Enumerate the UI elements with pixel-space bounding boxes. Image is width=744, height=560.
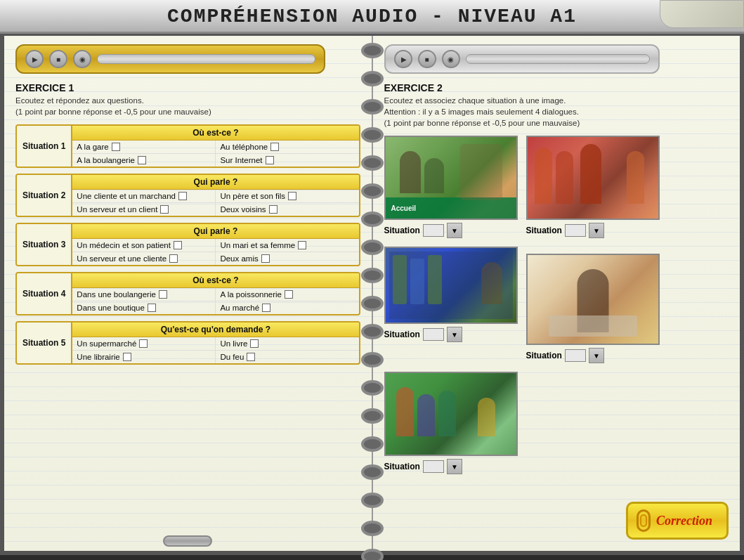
exercise2-title: EXERCICE 2 bbox=[384, 82, 729, 93]
stop-button-left[interactable] bbox=[49, 50, 67, 68]
situation-5-dropdown-label: Situation bbox=[384, 462, 420, 471]
checkbox-3a[interactable] bbox=[174, 241, 182, 249]
dropdown-input-3[interactable] bbox=[423, 328, 444, 341]
checkbox-2d[interactable] bbox=[269, 205, 278, 214]
checkbox-1b[interactable] bbox=[270, 143, 279, 151]
checkbox-2a[interactable] bbox=[178, 192, 187, 200]
dropdown-arrow-4[interactable]: ▼ bbox=[589, 348, 604, 363]
checkbox-5a[interactable] bbox=[139, 339, 148, 348]
image-container-1: Accueil Situation ▼ bbox=[384, 136, 518, 238]
option-2a[interactable]: Une cliente et un marchand bbox=[72, 190, 216, 202]
option-4a[interactable]: Dans une boulangerie bbox=[72, 288, 216, 301]
checkbox-1c[interactable] bbox=[138, 156, 146, 164]
situation-dropdown-2: Situation ▼ bbox=[526, 223, 604, 238]
dropdown-input-1[interactable] bbox=[423, 224, 444, 237]
stop-button-right[interactable] bbox=[418, 50, 436, 68]
correction-label: Correction bbox=[656, 514, 712, 528]
checkbox-5c[interactable] bbox=[123, 353, 131, 361]
checkbox-4d[interactable] bbox=[262, 304, 270, 312]
page-right: EXERCICE 2 Ecoutez et associez chaque si… bbox=[373, 36, 740, 551]
checkbox-2c[interactable] bbox=[160, 205, 169, 214]
option-3c[interactable]: Un serveur et une cliente bbox=[72, 252, 216, 265]
option-4c[interactable]: Dans une boutique bbox=[72, 301, 216, 314]
audio-bar-right bbox=[384, 44, 660, 74]
situation-1-label: Situation 1 bbox=[17, 126, 72, 167]
option-3a[interactable]: Un médecin et son patient bbox=[72, 239, 216, 252]
situation-3-dropdown-label: Situation bbox=[384, 330, 420, 339]
top-corner-decoration bbox=[660, 0, 744, 28]
photo-1: Accueil bbox=[384, 136, 518, 220]
rewind-button-left[interactable] bbox=[73, 50, 91, 68]
correction-button[interactable]: Correction bbox=[626, 502, 729, 540]
play-button-left[interactable] bbox=[25, 50, 44, 68]
dropdown-arrow-3[interactable]: ▼ bbox=[447, 327, 462, 342]
option-3b[interactable]: Un mari et sa femme bbox=[216, 239, 358, 252]
correction-paperclip-icon bbox=[637, 509, 651, 532]
option-2b[interactable]: Un père et son fils bbox=[216, 190, 358, 202]
option-1a[interactable]: A la gare bbox=[72, 141, 216, 153]
photo-4 bbox=[526, 254, 660, 345]
page-bottom-grip-left bbox=[163, 535, 212, 547]
option-5d[interactable]: Du feu bbox=[216, 351, 358, 363]
exercise2-desc: Ecoutez et associez chaque situation à u… bbox=[384, 95, 729, 129]
play-button-right[interactable] bbox=[394, 50, 412, 68]
checkbox-3d[interactable] bbox=[261, 254, 270, 263]
image-container-3: Situation ▼ bbox=[384, 247, 518, 363]
situation-dropdown-1: Situation ▼ bbox=[384, 223, 462, 238]
main-title: Compréhension Audio - Niveau A1 bbox=[14, 6, 730, 27]
checkbox-3c[interactable] bbox=[169, 254, 178, 263]
situation-block-3: Situation 3 Qui parle ? Un médecin et so… bbox=[15, 223, 360, 266]
checkbox-4a[interactable] bbox=[159, 290, 167, 299]
option-1b[interactable]: Au téléphone bbox=[216, 141, 358, 153]
slider-right[interactable] bbox=[466, 54, 650, 64]
option-3d[interactable]: Deux amis bbox=[216, 252, 358, 265]
situation-4-dropdown-label: Situation bbox=[526, 351, 562, 360]
option-5b[interactable]: Un livre bbox=[216, 337, 358, 350]
dropdown-arrow-1[interactable]: ▼ bbox=[447, 223, 462, 238]
checkbox-1d[interactable] bbox=[266, 156, 274, 164]
checkbox-4b[interactable] bbox=[285, 290, 293, 299]
dropdown-input-5[interactable] bbox=[423, 460, 444, 473]
situation-5-label: Situation 5 bbox=[17, 323, 72, 363]
option-2c[interactable]: Un serveur et un client bbox=[72, 203, 216, 216]
dropdown-input-4[interactable] bbox=[565, 349, 586, 362]
situation-block-2: Situation 2 Qui parle ? Une cliente et u… bbox=[15, 174, 360, 217]
dropdown-arrow-5[interactable]: ▼ bbox=[447, 459, 462, 474]
option-4d[interactable]: Au marché bbox=[216, 301, 358, 314]
page-left: EXERCICE 1 Ecoutez et répondez aux quest… bbox=[4, 36, 373, 551]
checkbox-3b[interactable] bbox=[298, 241, 306, 249]
situation-5-question: Qu'est-ce qu'on demande ? bbox=[72, 323, 358, 337]
checkbox-2b[interactable] bbox=[288, 192, 296, 200]
dropdown-input-2[interactable] bbox=[565, 224, 586, 237]
option-1d[interactable]: Sur Internet bbox=[216, 154, 358, 167]
rewind-button-right[interactable] bbox=[442, 50, 460, 68]
situation-3-question: Qui parle ? bbox=[72, 224, 358, 239]
checkbox-1a[interactable] bbox=[112, 143, 120, 151]
situation-3-label: Situation 3 bbox=[17, 224, 72, 265]
situation-2-dropdown-label: Situation bbox=[526, 226, 562, 235]
photo-5 bbox=[384, 372, 518, 456]
situation-dropdown-4: Situation ▼ bbox=[526, 348, 604, 363]
checkbox-4c[interactable] bbox=[148, 304, 156, 312]
situation-block-5: Situation 5 Qu'est-ce qu'on demande ? Un… bbox=[15, 321, 360, 365]
situation-4-label: Situation 4 bbox=[17, 273, 72, 314]
photo-2 bbox=[526, 136, 660, 220]
notebook: EXERCICE 1 Ecoutez et répondez aux quest… bbox=[0, 34, 744, 555]
image-container-2: Situation ▼ bbox=[526, 136, 660, 238]
image-container-4: Situation ▼ bbox=[526, 254, 660, 363]
exercise1-desc: Ecoutez et répondez aux questions. (1 po… bbox=[15, 95, 360, 117]
checkbox-5b[interactable] bbox=[250, 339, 259, 348]
checkbox-5d[interactable] bbox=[247, 353, 255, 361]
situation-4-question: Où est-ce ? bbox=[72, 273, 358, 288]
option-2d[interactable]: Deux voisins bbox=[216, 203, 358, 216]
slider-left[interactable] bbox=[97, 54, 315, 64]
situation-2-label: Situation 2 bbox=[17, 175, 72, 216]
option-1c[interactable]: A la boulangerie bbox=[72, 154, 216, 167]
option-5c[interactable]: Une librairie bbox=[72, 351, 216, 363]
option-5a[interactable]: Un supermarché bbox=[72, 337, 216, 350]
situation-block-4: Situation 4 Où est-ce ? Dans une boulang… bbox=[15, 272, 360, 315]
option-4b[interactable]: A la poissonnerie bbox=[216, 288, 358, 301]
situation-block-1: Situation 1 Où est-ce ? A la gare Au tél… bbox=[15, 124, 360, 168]
situation-dropdown-3: Situation ▼ bbox=[384, 327, 462, 342]
dropdown-arrow-2[interactable]: ▼ bbox=[589, 223, 604, 238]
